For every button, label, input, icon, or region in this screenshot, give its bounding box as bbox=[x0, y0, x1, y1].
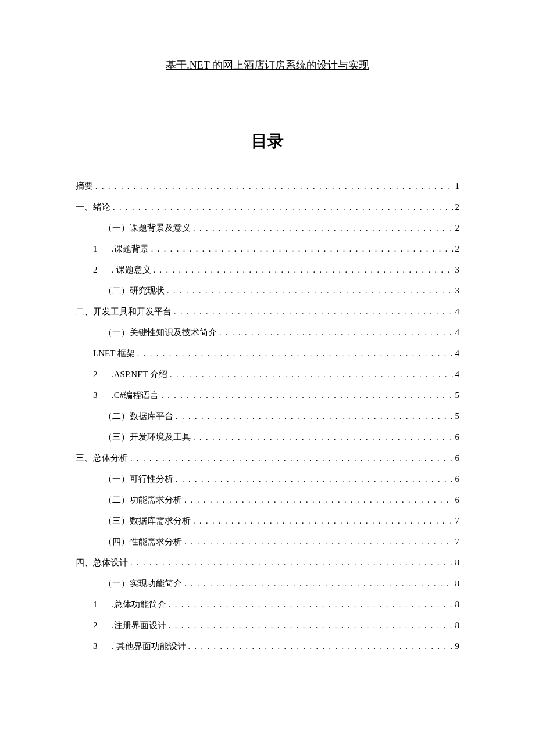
toc-entry: （三）开发环境及工具6 bbox=[76, 427, 459, 447]
toc-entry-page: 7 bbox=[455, 531, 460, 552]
toc-entry-page: 6 bbox=[455, 447, 460, 468]
toc-leader-dots bbox=[95, 177, 453, 196]
toc-leader-dots bbox=[193, 428, 453, 447]
toc-entry-label: 四、总体设计 bbox=[76, 552, 128, 573]
toc-leader-dots bbox=[184, 532, 453, 552]
toc-leader-dots bbox=[193, 218, 453, 238]
toc-leader-dots bbox=[174, 302, 453, 322]
toc-entry-page: 8 bbox=[455, 552, 460, 573]
document-title: 基于.NET 的网上酒店订房系统的设计与实现 bbox=[76, 58, 459, 72]
toc-entry-label: 3. 其他界面功能设计 bbox=[93, 636, 186, 657]
toc-entry: 摘要1 bbox=[76, 175, 459, 196]
toc-entry-label: 1.总体功能简介 bbox=[93, 594, 166, 615]
toc-leader-dots bbox=[161, 386, 452, 406]
toc-list: 摘要1一、绪论2（一）课题背景及意义21.课题背景22. 课题意义3（二）研究现… bbox=[76, 175, 459, 657]
toc-entry-page: 3 bbox=[455, 280, 460, 301]
toc-entry-page: 6 bbox=[455, 427, 460, 447]
toc-entry-number: 2 bbox=[93, 615, 104, 636]
toc-entry-page: 6 bbox=[455, 468, 460, 489]
toc-entry-page: 2 bbox=[455, 196, 460, 217]
toc-entry-page: 2 bbox=[455, 238, 460, 259]
toc-entry-page: 4 bbox=[455, 343, 460, 364]
toc-entry-page: 4 bbox=[455, 322, 460, 343]
toc-entry-page: 1 bbox=[455, 175, 460, 196]
toc-entry: 2.ASP.NET 介绍4 bbox=[76, 364, 459, 385]
toc-entry-page: 9 bbox=[455, 636, 460, 657]
toc-entry-number: 1 bbox=[93, 594, 104, 615]
toc-entry-label: 三、总体分析 bbox=[76, 447, 128, 468]
toc-leader-dots bbox=[130, 449, 453, 468]
toc-entry-page: 6 bbox=[455, 489, 460, 510]
toc-entry: 四、总体设计8 bbox=[76, 552, 459, 573]
toc-entry-label: LNET 框架 bbox=[93, 343, 135, 364]
toc-entry: 1.课题背景2 bbox=[76, 238, 459, 259]
toc-entry-number: 3 bbox=[93, 636, 104, 657]
toc-leader-dots bbox=[137, 344, 453, 364]
toc-leader-dots bbox=[154, 260, 453, 280]
toc-leader-dots bbox=[170, 365, 453, 385]
toc-leader-dots bbox=[188, 637, 453, 657]
toc-entry: 三、总体分析6 bbox=[76, 447, 459, 468]
toc-entry-page: 4 bbox=[455, 301, 460, 322]
toc-entry-page: 5 bbox=[455, 385, 460, 406]
toc-entry-number: 2 bbox=[93, 259, 104, 280]
toc-entry-label: 2. 课题意义 bbox=[93, 259, 151, 280]
toc-leader-dots bbox=[113, 198, 453, 217]
toc-entry-label: （三）数据库需求分析 bbox=[104, 510, 191, 531]
toc-entry: 二、开发工具和开发平台4 bbox=[76, 301, 459, 322]
toc-entry: （二）研究现状3 bbox=[76, 280, 459, 301]
toc-entry: （一）课题背景及意义2 bbox=[76, 217, 459, 238]
toc-entry: （一）实现功能简介8 bbox=[76, 573, 459, 594]
toc-entry-label: 二、开发工具和开发平台 bbox=[76, 301, 172, 322]
toc-entry-page: 8 bbox=[455, 573, 460, 594]
toc-entry: （一）可行性分析6 bbox=[76, 468, 459, 489]
toc-entry-label: 2.ASP.NET 介绍 bbox=[93, 364, 167, 385]
toc-entry: （二）数据库平台5 bbox=[76, 406, 459, 427]
toc-entry: 2.注册界面设计8 bbox=[76, 615, 459, 636]
toc-entry-label: （一）课题背景及意义 bbox=[104, 217, 191, 238]
toc-entry-number: 1 bbox=[93, 238, 104, 259]
toc-entry-label: 摘要 bbox=[76, 175, 93, 196]
toc-entry-label: （二）功能需求分析 bbox=[104, 489, 182, 510]
toc-entry-label: （四）性能需求分析 bbox=[104, 531, 182, 552]
toc-entry-page: 7 bbox=[455, 510, 460, 531]
toc-leader-dots bbox=[184, 490, 453, 510]
toc-entry-label: 2.注册界面设计 bbox=[93, 615, 166, 636]
toc-entry-label: （一）实现功能简介 bbox=[104, 573, 182, 594]
toc-entry-page: 3 bbox=[455, 259, 460, 280]
toc-entry-number: 2 bbox=[93, 364, 104, 385]
toc-leader-dots bbox=[184, 574, 453, 594]
toc-leader-dots bbox=[169, 595, 453, 615]
toc-entry-label: （三）开发环境及工具 bbox=[104, 427, 191, 447]
toc-entry-number: 3 bbox=[93, 385, 104, 406]
toc-leader-dots bbox=[219, 323, 453, 343]
toc-entry: LNET 框架4 bbox=[76, 343, 459, 364]
toc-leader-dots bbox=[193, 511, 453, 531]
toc-entry: 一、绪论2 bbox=[76, 196, 459, 217]
toc-entry: 3. 其他界面功能设计9 bbox=[76, 636, 459, 657]
toc-entry-page: 4 bbox=[455, 364, 460, 385]
toc-entry-label: （一）可行性分析 bbox=[104, 468, 173, 489]
toc-entry: （四）性能需求分析7 bbox=[76, 531, 459, 552]
toc-leader-dots bbox=[151, 239, 453, 259]
toc-entry-page: 8 bbox=[455, 615, 460, 636]
toc-entry-label: 3.C#编程语言 bbox=[93, 385, 159, 406]
toc-entry: 2. 课题意义3 bbox=[76, 259, 459, 280]
toc-entry: 3.C#编程语言5 bbox=[76, 385, 459, 406]
toc-entry: 1.总体功能简介8 bbox=[76, 594, 459, 615]
toc-leader-dots bbox=[176, 470, 453, 489]
toc-entry: （二）功能需求分析6 bbox=[76, 489, 459, 510]
toc-entry-label: 一、绪论 bbox=[76, 196, 110, 217]
toc-entry: （三）数据库需求分析7 bbox=[76, 510, 459, 531]
toc-leader-dots bbox=[169, 616, 453, 636]
toc-heading: 目录 bbox=[76, 130, 459, 152]
toc-entry: （一）关键性知识及技术简介4 bbox=[76, 322, 459, 343]
toc-entry-page: 5 bbox=[455, 406, 460, 427]
toc-entry-label: 1.课题背景 bbox=[93, 238, 149, 259]
toc-entry-page: 2 bbox=[455, 217, 460, 238]
toc-entry-label: （二）研究现状 bbox=[104, 280, 165, 301]
toc-leader-dots bbox=[176, 407, 453, 427]
toc-entry-page: 8 bbox=[455, 594, 460, 615]
toc-leader-dots bbox=[167, 281, 453, 301]
toc-entry-label: （二）数据库平台 bbox=[104, 406, 173, 427]
